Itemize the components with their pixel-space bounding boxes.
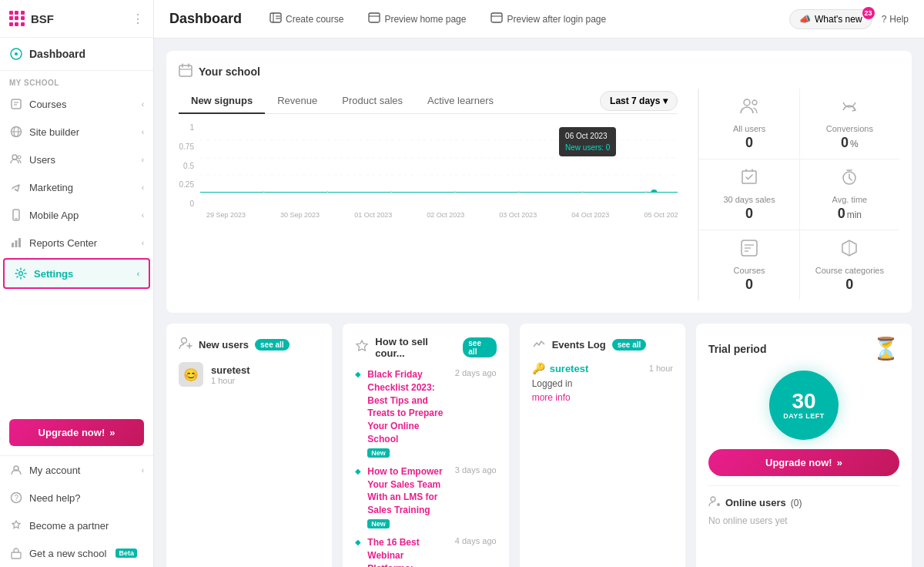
trial-header: Trial period ⏳ (708, 336, 899, 361)
date-picker[interactable]: Last 7 days ▾ (600, 91, 678, 111)
svg-point-9 (18, 156, 21, 159)
courses-icon (9, 97, 23, 111)
my-account-icon (9, 463, 23, 477)
blog-content-0: Black Friday Checklist 2023: Best Tips a… (367, 368, 449, 458)
blog-time-0: 2 days ago (455, 368, 497, 377)
blog-title-1[interactable]: How to Empower Your Sales Team With an L… (367, 465, 449, 517)
trial-circle: 30 DAYS LEFT (769, 371, 839, 440)
preview-login-button[interactable]: Preview after login page (484, 9, 612, 29)
sidebar-item-reports-center[interactable]: Reports Center ‹ (0, 229, 153, 257)
blog-item-1: ◆ How to Empower Your Sales Team With an… (355, 465, 496, 528)
how-to-sell-panel: How to sell cour... see all ◆ Black Frid… (343, 324, 508, 567)
sidebar-navigation: Dashboard MY SCHOOL Courses ‹ Site build… (0, 38, 153, 410)
sidebar-item-settings[interactable]: Settings ‹ (3, 258, 150, 289)
online-users-section: Online users (0) No online users yet (708, 485, 899, 526)
event-more-info-link[interactable]: more info (532, 392, 673, 403)
online-header: Online users (0) (708, 495, 899, 510)
reports-center-label: Reports Center (29, 237, 97, 249)
trial-upgrade-button[interactable]: Upgrade now! » (708, 449, 899, 476)
sidebar-item-become-partner[interactable]: Become a partner (0, 512, 153, 539)
dashboard-label: Dashboard (29, 48, 85, 60)
preview-home-button[interactable]: Preview home page (362, 9, 472, 29)
upgrade-arrow-icon: » (109, 427, 115, 438)
school-title: Your school (199, 65, 260, 78)
sidebar-menu-icon[interactable]: ⋮ (132, 12, 144, 26)
sidebar-item-marketing[interactable]: Marketing ‹ (0, 173, 153, 201)
chart-and-tabs: New signups Revenue Product sales Active… (179, 89, 678, 300)
sidebar-logo-area[interactable]: BSF ⋮ (0, 0, 153, 38)
app-logo-text: BSF (31, 12, 54, 25)
chart-y-axis: 1 0.75 0.5 0.25 0 (179, 123, 200, 208)
whats-new-button[interactable]: 📣 What's new 23 (789, 9, 872, 29)
30-days-sales-value: 0 (745, 206, 753, 222)
site-builder-icon (9, 125, 23, 139)
users-label: Users (29, 154, 55, 166)
sidebar-item-new-school[interactable]: Get a new school Beta (0, 539, 153, 567)
conversions-value: 0 (841, 135, 849, 151)
tab-new-signups[interactable]: New signups (179, 89, 265, 114)
create-course-button[interactable]: Create course (263, 9, 350, 29)
courses-stat-value: 0 (745, 277, 753, 293)
sidebar-item-mobile-app[interactable]: Mobile App ‹ (0, 201, 153, 229)
svg-rect-13 (15, 240, 18, 247)
30-days-sales-label: 30 days sales (723, 195, 775, 204)
new-users-see-all[interactable]: see all (255, 339, 290, 351)
online-count: (0) (791, 498, 802, 508)
sidebar-item-courses[interactable]: Courses ‹ (0, 90, 153, 118)
trial-days-label: DAYS LEFT (783, 412, 825, 420)
help-button[interactable]: ? Help (882, 14, 909, 25)
sidebar-item-need-help[interactable]: ? Need help? (0, 484, 153, 512)
events-header: Events Log see all (532, 336, 673, 353)
site-builder-label: Site builder (29, 126, 79, 138)
sidebar-item-my-account[interactable]: My account ‹ (0, 456, 153, 484)
tabs-row: New signups Revenue Product sales Active… (179, 89, 678, 114)
events-see-all[interactable]: see all (612, 339, 647, 351)
my-account-chevron-icon: ‹ (142, 466, 144, 475)
trial-upgrade-label: Upgrade now! (765, 457, 832, 468)
upgrade-now-button[interactable]: Upgrade now! » (9, 419, 144, 446)
trial-upgrade-arrow-icon: » (837, 457, 842, 468)
chart-x-axis: 29 Sep 2023 30 Sep 2023 01 Oct 2023 02 O… (179, 211, 678, 219)
new-users-title: New users (199, 339, 249, 351)
beta-badge: Beta (116, 549, 137, 558)
how-to-sell-see-all[interactable]: see all (463, 337, 496, 357)
course-categories-label: Course categories (815, 266, 884, 275)
svg-point-44 (744, 99, 750, 106)
courses-label: Courses (29, 99, 66, 110)
blog-title-2[interactable]: The 16 Best Webinar Platforms: Compariso… (367, 536, 449, 567)
blog-item-2: ◆ The 16 Best Webinar Platforms: Compari… (355, 536, 496, 567)
svg-rect-14 (18, 238, 21, 247)
avg-time-icon (839, 167, 859, 192)
tooltip-new-users: New users: 0 (565, 142, 610, 153)
online-title: Online users (725, 497, 786, 508)
event-item: 🔑 suretest 1 hour Logged in more info (532, 362, 673, 403)
tooltip-date: 06 Oct 2023 (565, 130, 610, 142)
chart-container: 1 0.75 0.5 0.25 0 (179, 114, 678, 222)
tab-revenue[interactable]: Revenue (265, 89, 330, 114)
online-empty-text: No online users yet (708, 515, 788, 526)
tab-product-sales[interactable]: Product sales (330, 89, 415, 114)
preview-home-icon (368, 12, 380, 25)
blog-time-1: 3 days ago (455, 465, 497, 475)
sidebar-item-site-builder[interactable]: Site builder ‹ (0, 118, 153, 146)
blog-time-2: 4 days ago (455, 536, 497, 545)
svg-point-1 (15, 52, 18, 55)
sidebar-item-users[interactable]: Users ‹ (0, 146, 153, 173)
events-title: Events Log (552, 339, 606, 351)
events-icon (532, 336, 546, 353)
create-course-label: Create course (286, 14, 343, 25)
svg-rect-24 (369, 13, 380, 22)
blog-dot-1: ◆ (355, 467, 361, 475)
reports-icon (9, 236, 23, 250)
create-course-icon (270, 12, 282, 25)
sidebar-item-dashboard[interactable]: Dashboard (0, 38, 153, 71)
svg-rect-19 (12, 552, 21, 559)
tab-active-learners[interactable]: Active learners (415, 89, 506, 114)
event-username[interactable]: suretest (550, 363, 589, 374)
preview-home-label: Preview home page (384, 14, 466, 25)
megaphone-icon: 📣 (799, 14, 811, 25)
user-name: suretest (211, 364, 250, 376)
blog-title-0[interactable]: Black Friday Checklist 2023: Best Tips a… (367, 368, 449, 446)
stat-30-sales: 30 days sales 0 (698, 159, 798, 230)
svg-point-8 (12, 155, 17, 159)
